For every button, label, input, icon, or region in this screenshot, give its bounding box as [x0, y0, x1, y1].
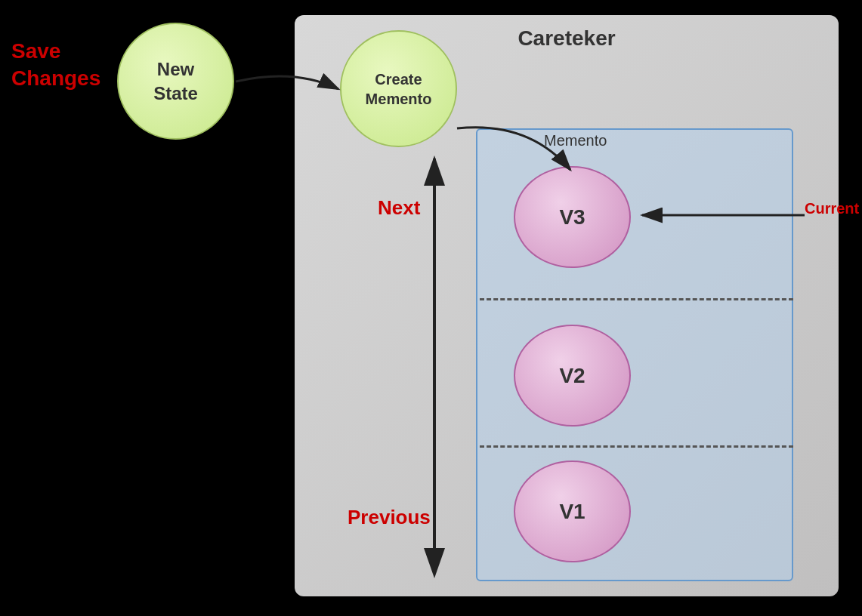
current-label: Current	[805, 200, 859, 217]
save-changes-label: Save Changes	[11, 38, 100, 93]
dashed-divider-1	[480, 298, 793, 300]
previous-label: Previous	[348, 506, 431, 529]
memento-label: Memento	[544, 132, 607, 149]
new-state-circle: New State	[117, 23, 234, 140]
v2-circle: V2	[514, 325, 631, 427]
v1-circle: V1	[514, 460, 631, 562]
diagram-container: Careteker Save Changes New State Create …	[0, 0, 862, 616]
caretaker-label: Careteker	[518, 26, 615, 51]
create-memento-circle: Create Memento	[340, 30, 457, 147]
next-label: Next	[378, 196, 420, 220]
dashed-divider-2	[480, 445, 793, 448]
v3-circle: V3	[514, 166, 631, 268]
